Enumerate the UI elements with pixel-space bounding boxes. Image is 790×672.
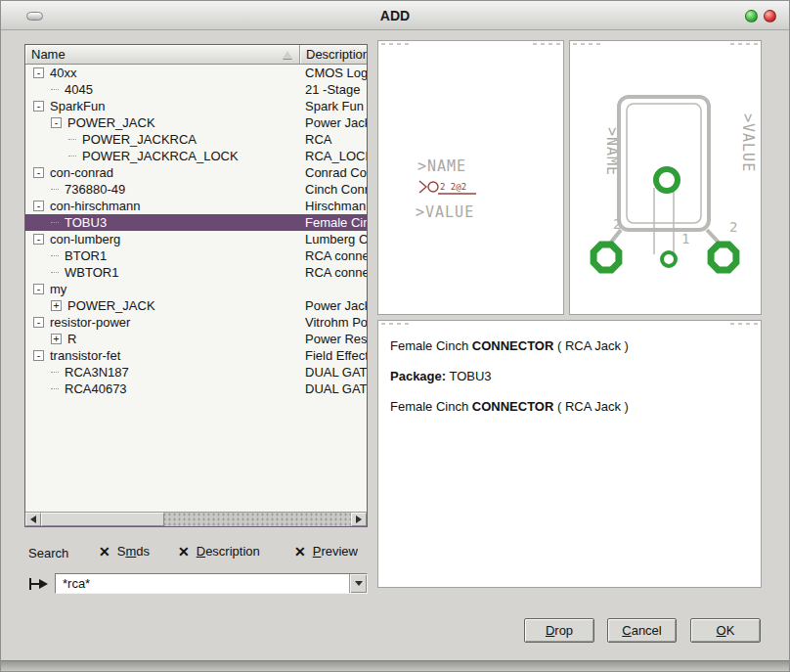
chevron-down-icon bbox=[355, 581, 363, 586]
checkbox-smds-label: Smds bbox=[117, 544, 150, 559]
tree-branch-tick bbox=[51, 89, 59, 90]
search-input[interactable] bbox=[56, 574, 349, 593]
tree-item-description: DUAL GATE bbox=[300, 365, 367, 380]
tree-row-power_jackrca[interactable]: POWER_JACKRCARCA bbox=[25, 131, 367, 148]
search-combobox[interactable] bbox=[55, 573, 368, 594]
tree-item-name-cell: POWER_JACKRCA bbox=[25, 132, 300, 147]
tree-item-label: con-conrad bbox=[50, 165, 113, 180]
tree-row-r[interactable]: +RPower Res bbox=[25, 331, 367, 347]
titlebar[interactable]: ADD bbox=[1, 1, 789, 30]
tree-row-power_jackrca_lock[interactable]: POWER_JACKRCA_LOCKRCA_LOCK bbox=[25, 148, 367, 164]
tree-item-label: resistor-power bbox=[50, 315, 130, 330]
sort-ascending-icon bbox=[283, 51, 292, 59]
tree-branch-tick bbox=[51, 222, 59, 223]
symbol-preview-drawing: >NAME 2 2@2 >VALUE bbox=[378, 41, 563, 314]
tree-item-description: Conrad Co bbox=[300, 165, 367, 180]
pad-number-right: 2 bbox=[729, 219, 737, 235]
tree-row-40xx[interactable]: -40xxCMOS Log bbox=[25, 65, 367, 81]
package-preview-drawing: >NAME >VALUE 2 1 2 bbox=[570, 41, 761, 314]
collapse-icon[interactable]: - bbox=[33, 67, 44, 78]
collapse-icon[interactable]: - bbox=[51, 117, 62, 128]
pin-label: 2 2@2 bbox=[440, 182, 466, 192]
tree-item-description: Female Cin bbox=[300, 215, 367, 230]
tree-row-power_jack[interactable]: +POWER_JACKPower Jack bbox=[25, 297, 367, 314]
tree-row-wbtor1[interactable]: WBTOR1RCA conne bbox=[25, 264, 367, 281]
scroll-left-button[interactable] bbox=[25, 513, 41, 526]
collapse-icon[interactable]: - bbox=[33, 234, 44, 245]
tree-item-label: con-hirschmann bbox=[50, 199, 141, 213]
tree-row-con-hirschmann[interactable]: -con-hirschmannHirschman bbox=[25, 198, 367, 214]
tree-branch-tick bbox=[51, 388, 59, 389]
collapse-icon[interactable]: - bbox=[33, 284, 44, 294]
ok-button[interactable]: OK bbox=[690, 618, 761, 643]
tree-row-rca3n187[interactable]: RCA3N187DUAL GATE bbox=[25, 364, 367, 381]
expand-icon[interactable]: + bbox=[51, 334, 62, 344]
tree-row-4045[interactable]: 404521 -Stage bbox=[25, 81, 367, 98]
window-title: ADD bbox=[1, 8, 789, 23]
minimize-button[interactable] bbox=[745, 10, 758, 22]
tree-item-name-cell: 4045 bbox=[25, 82, 300, 97]
tree-row-my[interactable]: -my bbox=[25, 281, 367, 297]
tree-row-736880-49[interactable]: 736880-49Cinch Conn bbox=[25, 181, 367, 198]
tree-item-name-cell: -resistor-power bbox=[25, 315, 300, 330]
tree-item-description: Cinch Conn bbox=[300, 182, 367, 197]
tree-branch-tick bbox=[51, 272, 59, 273]
tree-item-label: BTOR1 bbox=[65, 248, 107, 263]
scrollbar-groove[interactable] bbox=[164, 513, 351, 526]
collapse-icon[interactable]: - bbox=[33, 101, 44, 112]
rca-schematic-symbol: 2 2@2 bbox=[419, 181, 476, 194]
tree-item-description: Power Jack bbox=[300, 298, 367, 313]
tree-item-description: RCA_LOCK bbox=[300, 149, 367, 163]
symbol-value-placeholder: >VALUE bbox=[416, 203, 474, 221]
tree-item-name-cell: -40xx bbox=[25, 66, 300, 80]
expand-icon[interactable]: + bbox=[51, 300, 62, 311]
checkbox-smds[interactable]: ✕ Smds bbox=[99, 544, 150, 559]
tree-row-btor1[interactable]: BTOR1RCA conne bbox=[25, 247, 367, 264]
collapse-icon[interactable]: - bbox=[33, 167, 44, 178]
tree-item-description: CMOS Log bbox=[300, 66, 367, 80]
horizontal-scrollbar[interactable] bbox=[25, 512, 367, 526]
tree-item-description: Lumberg C bbox=[300, 232, 367, 246]
checkmark-icon: ✕ bbox=[178, 545, 190, 559]
tree-item-description: RCA conne bbox=[300, 248, 367, 263]
search-label: Search bbox=[28, 546, 68, 560]
tree-item-label: RCA3N187 bbox=[65, 365, 129, 380]
tree-item-description: Power Jack bbox=[300, 115, 367, 130]
tree-item-description: Hirschman bbox=[300, 199, 367, 213]
cancel-button[interactable]: Cancel bbox=[607, 618, 677, 643]
scroll-right-button[interactable] bbox=[351, 513, 367, 526]
tree-row-power_jack[interactable]: -POWER_JACKPower Jack bbox=[25, 114, 367, 131]
column-header-name[interactable]: Name bbox=[25, 45, 300, 65]
drop-button[interactable]: Drop bbox=[524, 618, 594, 643]
library-tree-panel: Name Description -40xxCMOS Log404521 -St… bbox=[24, 44, 368, 527]
tree-item-name-cell: 736880-49 bbox=[25, 182, 300, 197]
tree-row-transistor-fet[interactable]: -transistor-fetField Effect bbox=[25, 347, 367, 364]
tree-item-label: 4045 bbox=[65, 82, 93, 97]
tree-row-con-lumberg[interactable]: -con-lumbergLumberg C bbox=[25, 231, 367, 247]
combo-dropdown-button[interactable] bbox=[349, 574, 367, 593]
close-button[interactable] bbox=[764, 10, 776, 22]
tree-row-tobu3[interactable]: TOBU3Female Cin bbox=[25, 214, 367, 231]
checkbox-description[interactable]: ✕ Description bbox=[178, 544, 260, 559]
description-package-line: Package: TOBU3 bbox=[390, 369, 749, 383]
column-header-description[interactable]: Description bbox=[300, 45, 367, 65]
collapse-icon[interactable]: - bbox=[33, 317, 44, 328]
tree-row-con-conrad[interactable]: -con-conradConrad Co bbox=[25, 164, 367, 181]
tree-item-description: Vitrohm Po bbox=[300, 315, 367, 330]
tree-item-label: 40xx bbox=[50, 66, 76, 80]
checkmark-icon: ✕ bbox=[294, 545, 306, 559]
tree-row-resistor-power[interactable]: -resistor-powerVitrohm Po bbox=[25, 314, 367, 331]
tree-row-rca40673[interactable]: RCA40673DUAL GATE bbox=[25, 381, 367, 397]
tree-item-name-cell: -transistor-fet bbox=[25, 348, 300, 363]
tree-row-sparkfun[interactable]: -SparkFunSpark Fun bbox=[25, 98, 367, 114]
package-preview-panel: >NAME >VALUE 2 1 2 bbox=[569, 40, 762, 315]
checkbox-preview[interactable]: ✕ Preview bbox=[294, 544, 358, 559]
package-outline bbox=[609, 97, 721, 254]
collapse-icon[interactable]: - bbox=[33, 201, 44, 211]
tree-item-name-cell: -POWER_JACK bbox=[25, 115, 300, 130]
scrollbar-thumb[interactable] bbox=[41, 513, 164, 526]
window-bottom-frame bbox=[1, 660, 789, 671]
description-line-1: Female Cinch CONNECTOR ( RCA Jack ) bbox=[390, 338, 749, 353]
collapse-icon[interactable]: - bbox=[33, 350, 44, 361]
symbol-name-placeholder: >NAME bbox=[417, 157, 466, 175]
